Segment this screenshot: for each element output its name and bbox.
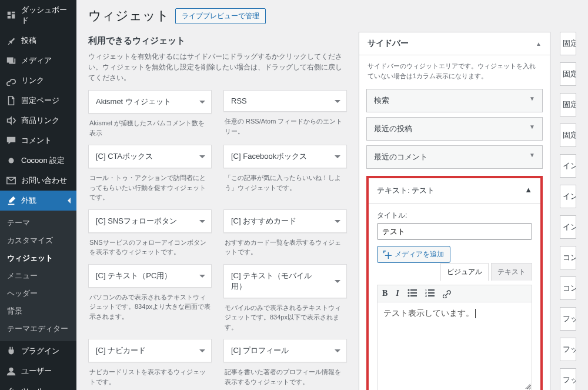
available-widget-desc: 記事を書いた著者のプロフィール情報を表示するウィジェットです。 [223, 362, 347, 388]
collapsed-area[interactable]: コン [560, 246, 576, 269]
available-widget[interactable]: [C] おすすめカード [223, 209, 347, 233]
title-input[interactable] [377, 223, 532, 240]
collapsed-area[interactable]: フッ [560, 338, 576, 361]
nav-plugin[interactable]: プラグイン [0, 341, 76, 361]
nav-share[interactable]: 商品リンク [0, 111, 76, 131]
content-editor[interactable]: テスト表示しています。 [377, 302, 532, 390]
svg-rect-3 [410, 289, 417, 291]
widget-row[interactable]: 検索▼ [366, 89, 543, 112]
collapsed-area[interactable]: 固定 [560, 124, 576, 147]
svg-point-0 [9, 158, 14, 164]
caret-down-icon: ▼ [529, 95, 535, 106]
svg-rect-13 [428, 295, 435, 296]
caret-up-icon: ▲ [524, 185, 532, 196]
tool-icon [6, 386, 16, 390]
subnav-item[interactable]: 背景 [0, 302, 76, 320]
link-icon [6, 75, 16, 86]
available-widget-desc: コール・トゥ・アクションで訪問者にとってもらいたい行動を促すウィジェットです。 [88, 168, 212, 204]
caret-up-icon: ▲ [536, 41, 542, 47]
dot-icon [6, 155, 16, 166]
collapsed-area[interactable]: コン [560, 276, 576, 300]
subnav-item[interactable]: カスタマイズ [0, 232, 76, 249]
comment-icon [6, 135, 16, 146]
collapsed-area[interactable]: 固定 [560, 93, 576, 116]
collapsed-area[interactable]: 固定 [560, 62, 576, 86]
available-widget[interactable]: [C] CTAボックス [88, 145, 212, 168]
nav-brush[interactable]: 外観 [0, 191, 76, 211]
widget-text-header[interactable]: テキスト: テスト ▲ [369, 178, 540, 204]
nav-media[interactable]: メディア [0, 51, 76, 71]
widget-area-header[interactable]: サイドバー ▲ [359, 32, 550, 55]
subnav-item[interactable]: テーマ [0, 214, 76, 232]
available-widget-desc: 「この記事が気に入ったらいいね！しよう」ウィジェットです。 [223, 168, 347, 194]
available-widget[interactable]: [C] SNSフォローボタン [88, 209, 212, 233]
widget-text-title: テキスト: テスト [377, 185, 435, 196]
media-icon [6, 55, 16, 66]
nav-comment[interactable]: コメント [0, 131, 76, 151]
subnav-item[interactable]: テーマエディター [0, 320, 76, 338]
available-widget-desc: ナビカードリストを表示するウィジェットです。 [88, 362, 212, 388]
brush-icon [6, 195, 16, 206]
svg-point-4 [407, 292, 409, 294]
media-icon [383, 251, 392, 259]
italic-icon[interactable]: I [396, 289, 399, 298]
plugin-icon [6, 346, 16, 356]
nav-page[interactable]: 固定ページ [0, 91, 76, 111]
subnav-item[interactable]: ウィジェット [0, 249, 76, 267]
collapsed-area[interactable]: 固定 [560, 32, 576, 55]
subnav-item[interactable]: メニュー [0, 267, 76, 285]
collapsed-area[interactable]: フッ [560, 368, 576, 390]
widget-row[interactable]: 最近のコメント▼ [366, 145, 543, 169]
nav-dashboard[interactable]: ダッシュボード [0, 0, 76, 31]
highlighted-widget: テキスト: テスト ▲ タイトル: メディアを追加 [366, 176, 543, 390]
available-widget[interactable]: [C] Facebookボックス [223, 145, 347, 168]
pin-icon [6, 35, 16, 46]
bold-icon[interactable]: B [382, 289, 387, 298]
tab-text[interactable]: テキスト [491, 263, 532, 281]
widget-area-title: サイドバー [368, 38, 409, 49]
live-preview-button[interactable]: ライブプレビューで管理 [175, 8, 266, 24]
available-widget[interactable]: [C] テキスト（PC用） [88, 264, 212, 288]
title-label: タイトル: [377, 211, 532, 221]
widget-area-sidebar: サイドバー ▲ サイドバーのウィジットエリアです。ウィジェットを入れていない場合… [359, 32, 550, 390]
available-widget-desc: SNSサービスのフォローアイコンボタンを表示するウィジェットです。 [88, 233, 212, 258]
add-media-button[interactable]: メディアを追加 [377, 246, 450, 263]
link-icon[interactable] [443, 289, 452, 298]
widget-row[interactable]: 最近の投稿▼ [366, 117, 543, 141]
tab-visual[interactable]: ビジュアル [440, 263, 489, 281]
available-widget-desc: モバイルのみで表示されるテキストウィジェットです。834px以下で表示されます。 [223, 298, 347, 334]
nav-dot[interactable]: Cocoon 設定 [0, 151, 76, 171]
admin-sidebar: ダッシュボード投稿メディアリンク固定ページ商品リンクコメントCocoon 設定お… [0, 0, 76, 390]
nav-user[interactable]: ユーザー [0, 361, 76, 381]
available-widget-desc: パソコンのみで表示されるテキストウィジェットです。834pxより大きな画面で表示… [88, 288, 212, 323]
editor-toolbar: B I 123 [377, 285, 532, 302]
subnav-item[interactable]: ヘッダー [0, 285, 76, 302]
svg-rect-11 [428, 292, 435, 294]
caret-down-icon: ▼ [529, 152, 535, 162]
nav-link[interactable]: リンク [0, 71, 76, 91]
dashboard-icon [6, 10, 16, 21]
share-icon [6, 115, 16, 126]
svg-point-6 [407, 295, 409, 297]
nav-mail[interactable]: お問い合わせ [0, 171, 76, 191]
bullet-list-icon[interactable] [407, 289, 417, 298]
page-title: ウィジェット [88, 7, 169, 25]
available-widget[interactable]: RSS [223, 90, 347, 112]
collapsed-area[interactable]: イン [560, 215, 576, 239]
collapsed-area[interactable]: フッ [560, 307, 576, 331]
available-widgets-heading: 利用できるウィジェット [88, 35, 347, 46]
collapsed-area[interactable]: イン [560, 154, 576, 178]
collapsed-area[interactable]: イン [560, 185, 576, 208]
overflow-areas: 固定固定固定固定インインインコンコンフッフッフッフッ [560, 32, 576, 390]
svg-rect-5 [410, 292, 417, 294]
nav-tool[interactable]: ツール [0, 381, 76, 390]
available-widget[interactable]: [C] ナビカード [88, 339, 212, 362]
available-widget[interactable]: Akismet ウィジェット [88, 90, 212, 114]
number-list-icon[interactable]: 123 [425, 289, 435, 298]
available-widget[interactable]: [C] プロフィール [223, 339, 347, 362]
caret-down-icon: ▼ [529, 124, 535, 134]
available-widgets-column: 利用できるウィジェット ウィジェットを有効化するにはサイドバーにドラッグするかク… [88, 32, 347, 390]
nav-pin[interactable]: 投稿 [0, 31, 76, 51]
available-widget-desc: Akismet が捕獲したスパムコメント数を表示 [88, 114, 212, 139]
available-widget[interactable]: [C] テキスト（モバイル用） [223, 264, 347, 298]
